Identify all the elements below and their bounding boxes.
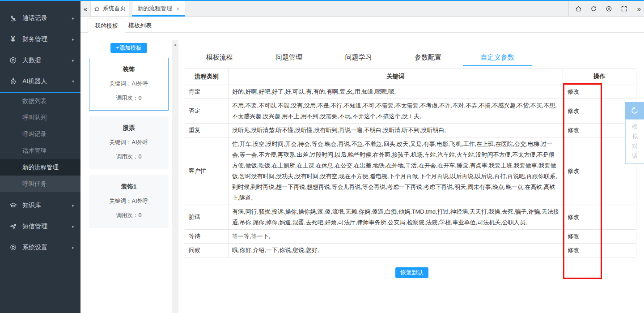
simulate-dialog-widget[interactable]: 模 拟 对 话 bbox=[625, 102, 644, 164]
table-row: 客户忙 忙,开车,没空,没时间,开会,待会,等会,晚会,再说,不急,不着急,回头… bbox=[185, 137, 636, 205]
keywords-cell: 没听见,没听清楚,听不懂,没听懂,没有听到,再说一遍,不明白,没听清,听不到,没… bbox=[229, 124, 563, 137]
category-cell: 等待 bbox=[185, 230, 229, 244]
sidebar-item[interactable]: ¥ 财务管理 ▸ bbox=[0, 29, 80, 50]
template-card-title: 股票 bbox=[123, 124, 135, 132]
sidebar-item-label: 大数据 bbox=[22, 56, 72, 64]
tab-template-list[interactable]: 模板列表 bbox=[122, 18, 158, 33]
robot-icon bbox=[8, 77, 18, 86]
refresh-icon[interactable] bbox=[590, 5, 597, 12]
table-row: 重复 没听见,没听清楚,听不懂,没听懂,没有听到,再说一遍,不明白,没听清,听不… bbox=[185, 124, 636, 137]
category-cell: 肯定 bbox=[185, 85, 229, 99]
main-tab[interactable]: 问题管理 bbox=[254, 48, 323, 66]
category-cell: 问候 bbox=[185, 244, 229, 257]
sidebar-submenu-item[interactable]: 呼叫队列 bbox=[0, 109, 80, 126]
tabbar-actions bbox=[568, 1, 634, 16]
main-tab-label: 问题管理 bbox=[275, 53, 302, 62]
sidebar-submenu-label: 数据列表 bbox=[22, 97, 47, 105]
expand-tabs-button[interactable]: » bbox=[634, 1, 644, 16]
expand-arrow-icon: ▸ bbox=[72, 37, 74, 42]
sidebar-submenu-item[interactable]: 新的流程管理 bbox=[0, 159, 80, 176]
sidebar-submenu-item[interactable]: 呼叫任务 bbox=[0, 176, 80, 192]
simulate-dialog-icon[interactable] bbox=[625, 102, 644, 119]
settings-icon bbox=[8, 244, 18, 252]
knowledge-icon bbox=[8, 202, 18, 210]
sidebar-item[interactable]: 系统设置 ▸ bbox=[0, 237, 80, 258]
table-row: 否定 不用,不要,不可以,不能,没有,没用,不是,不行,不知道,不可,不需要,不… bbox=[185, 99, 636, 124]
scroll-up-icon[interactable]: ▲ bbox=[172, 40, 178, 47]
sidebar-item[interactable]: 大数据 ▸ bbox=[0, 50, 80, 71]
template-card-keyword: 关键词：AI外呼 bbox=[110, 80, 148, 88]
modify-link[interactable]: 修改 bbox=[563, 85, 636, 99]
close-tab-icon[interactable]: × bbox=[176, 5, 180, 12]
sidebar-item-label: 系统设置 bbox=[22, 244, 72, 252]
expand-arrow-icon: ▾ bbox=[72, 79, 74, 84]
keyword-table-section: 流程类别 关键词 操作 肯定 好的,好啊,好吧,好了,好,可以,有,有的,有啊,… bbox=[185, 68, 636, 278]
main-tab[interactable]: 自定义参数 bbox=[463, 48, 532, 66]
close-circle-icon[interactable] bbox=[606, 5, 612, 12]
simulate-dialog-label: 模 拟 对 话 bbox=[625, 119, 644, 164]
main-tab[interactable]: 问题学习 bbox=[324, 48, 393, 66]
panel-scrollbar[interactable]: ▲ bbox=[172, 40, 178, 313]
home-icon[interactable] bbox=[575, 5, 582, 12]
modify-link[interactable]: 修改 bbox=[563, 244, 636, 257]
main-tab-label: 模板流程 bbox=[206, 53, 233, 62]
collapse-tabs-button[interactable]: « bbox=[80, 1, 90, 16]
sidebar-item[interactable]: 坐席管理 bbox=[0, 0, 80, 8]
main-tab[interactable]: 参数配置 bbox=[393, 48, 462, 66]
template-card-title: 装饰 bbox=[123, 65, 135, 73]
template-card[interactable]: 装饰 关键词：AI外呼 调用次：0 bbox=[89, 58, 169, 111]
tab-label: 新的流程管理 bbox=[137, 4, 172, 13]
expand-arrow-icon: ▸ bbox=[72, 203, 74, 208]
modify-link[interactable]: 修改 bbox=[563, 230, 636, 244]
table-row: 脏话 有病,同行,骚扰,投诉,操你,操你妈,滚,傻,流氓,无赖,你妈,傻逼,白痴… bbox=[185, 205, 636, 230]
tab-my-templates[interactable]: 我的模板 bbox=[88, 18, 125, 33]
sidebar-submenu-item[interactable]: 呼叫记录 bbox=[0, 126, 80, 142]
keywords-cell: 不用,不要,不可以,不能,没有,没用,不是,不行,不知道,不可,不需要,不太需要… bbox=[229, 99, 563, 124]
app-window: 坐席管理 通话记录 ▸ ¥ 财务管理 ▸ bbox=[0, 0, 644, 313]
sidebar-item[interactable]: 通话记录 ▸ bbox=[0, 8, 80, 29]
table-header-row: 流程类别 关键词 操作 bbox=[185, 69, 636, 85]
sidebar-submenu-label: 呼叫队列 bbox=[22, 114, 47, 122]
table-row: 等待 等一等,等一下, 修改 bbox=[185, 230, 636, 244]
sidebar-item-label: 财务管理 bbox=[22, 35, 72, 43]
widget-label-char: 话 bbox=[632, 152, 638, 160]
category-cell: 客户忙 bbox=[185, 137, 229, 205]
template-card-title: 装饰1 bbox=[121, 183, 137, 191]
yuan-icon: ¥ bbox=[8, 35, 18, 43]
phone-icon bbox=[8, 14, 18, 22]
sidebar-submenu-item[interactable]: 数据列表 bbox=[0, 93, 80, 109]
sidebar-submenu-label: 呼叫任务 bbox=[22, 180, 47, 188]
template-card-calls: 调用次：0 bbox=[116, 153, 142, 161]
tab-new-process-management[interactable]: 新的流程管理 × bbox=[132, 1, 185, 16]
keywords-cell: 等一等,等一下, bbox=[229, 230, 563, 244]
expand-arrow-icon: ▸ bbox=[72, 58, 74, 63]
modify-link[interactable]: 修改 bbox=[563, 205, 636, 230]
sidebar-item[interactable]: AI机器人 ▾ bbox=[0, 71, 80, 92]
template-card[interactable]: 股票 关键词：AI外呼 调用次：0 bbox=[89, 116, 169, 169]
widget-label-char: 拟 bbox=[632, 133, 638, 140]
category-cell: 重复 bbox=[185, 124, 229, 137]
tab-label: 系统首页 bbox=[103, 4, 126, 13]
template-subtabs: 我的模板 模板列表 bbox=[80, 16, 644, 33]
tab-system-home[interactable]: 系统首页 bbox=[90, 1, 129, 16]
fullscreen-icon[interactable] bbox=[621, 5, 627, 12]
main-tab[interactable]: 模板流程 bbox=[185, 48, 254, 66]
sidebar-item[interactable]: 短信管理 ▸ bbox=[0, 216, 80, 237]
template-card-keyword: 关键词：AI外呼 bbox=[110, 139, 148, 146]
home-icon bbox=[94, 6, 100, 12]
sidebar-submenu-label: 新的流程管理 bbox=[22, 163, 59, 172]
category-cell: 脏话 bbox=[185, 205, 229, 230]
expand-arrow-icon: ▸ bbox=[72, 16, 74, 21]
sidebar-item-label: AI机器人 bbox=[22, 77, 72, 86]
widget-label-char: 模 bbox=[632, 123, 638, 130]
add-template-button[interactable]: +添加模板 bbox=[110, 43, 147, 53]
restore-default-button[interactable]: 恢复默认 bbox=[395, 267, 428, 278]
sidebar-item[interactable]: 知识库 ▸ bbox=[0, 195, 80, 216]
keywords-cell: 好的,好啊,好吧,好了,好,可以,有,有的,有啊,要,幺,用,知道,嗯嗯,嗯, bbox=[229, 85, 563, 99]
column-header-action: 操作 bbox=[563, 69, 636, 85]
keywords-cell: 哦,你好,介绍,一下,你说,您说,您好, bbox=[229, 244, 563, 257]
template-card[interactable]: 装饰1 关键词：AI外呼 调用次：0 bbox=[89, 175, 169, 228]
sidebar-submenu-label: 呼叫记录 bbox=[22, 130, 47, 138]
sidebar-submenu-item[interactable]: 话术管理 bbox=[0, 142, 80, 159]
expand-arrow-icon: ▸ bbox=[72, 245, 74, 250]
